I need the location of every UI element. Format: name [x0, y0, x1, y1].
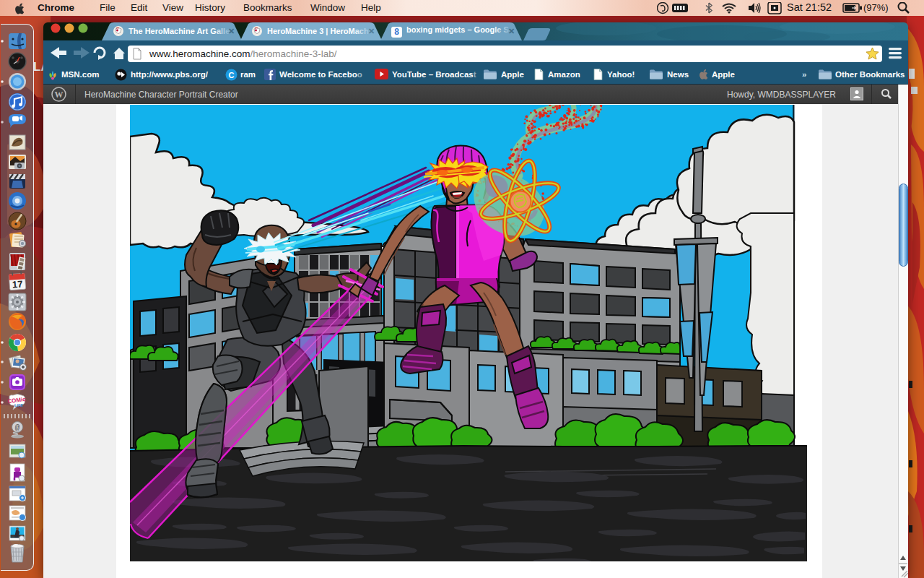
svg-text:@: @ — [15, 423, 20, 432]
svg-text:17: 17 — [12, 279, 23, 290]
svg-text:LIFE: LIFE — [14, 403, 23, 407]
svg-text:W: W — [55, 90, 64, 100]
svg-text:C: C — [229, 71, 235, 79]
